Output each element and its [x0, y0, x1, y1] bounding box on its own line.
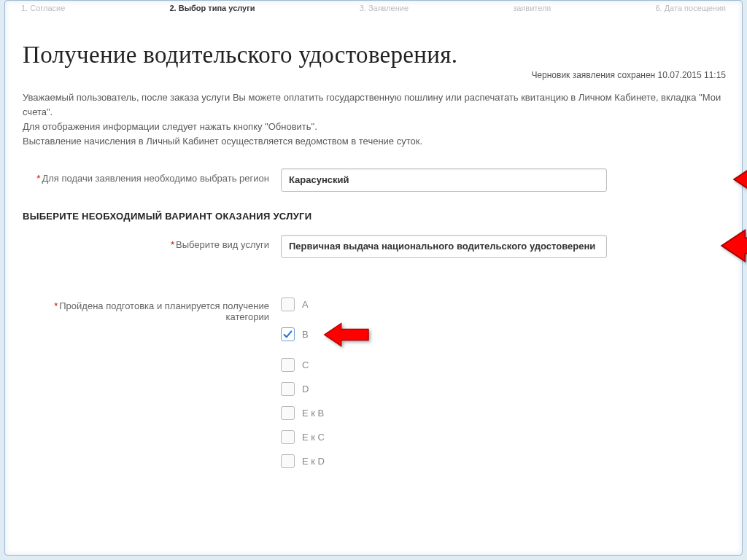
checkbox[interactable]	[281, 382, 295, 396]
category-option[interactable]: C	[281, 358, 729, 372]
service-type-select[interactable]	[281, 235, 607, 258]
wizard-steps: 1. Согласие 2. Выбор типа услуги 3. Заяв…	[18, 1, 729, 21]
page-frame: 1. Согласие 2. Выбор типа услуги 3. Заяв…	[4, 0, 743, 556]
annotation-arrow-icon	[323, 322, 371, 348]
checkbox-label: D	[302, 384, 309, 394]
checkbox-label: E к D	[302, 456, 325, 467]
category-option[interactable]: D	[281, 382, 729, 396]
checkbox-label: E к B	[302, 408, 324, 419]
label-region: *Для подачи заявления необходимо выбрать…	[18, 168, 281, 184]
section-heading: ВЫБЕРИТЕ НЕОБХОДИМЫЙ ВАРИАНТ ОКАЗАНИЯ УС…	[23, 211, 729, 222]
label-region-text: Для подачи заявления необходимо выбрать …	[42, 173, 269, 184]
row-region: *Для подачи заявления необходимо выбрать…	[18, 168, 729, 192]
category-option[interactable]: B	[281, 322, 729, 348]
region-select[interactable]	[281, 168, 607, 192]
checkbox-label: A	[302, 299, 309, 310]
annotation-arrow-icon	[732, 161, 747, 198]
category-option[interactable]: E к C	[281, 430, 729, 444]
intro-line-2: Для отображения информации следует нажат…	[23, 120, 721, 134]
intro-line-1: Уважаемый пользователь, после заказа усл…	[23, 90, 721, 120]
page-title: Получение водительского удостоверения.	[23, 42, 729, 69]
checkbox[interactable]	[281, 454, 295, 468]
label-category-text: Пройдена подготовка и планируется получе…	[59, 300, 269, 322]
step-5[interactable]: 6. Дата посещения	[655, 4, 726, 12]
checkbox[interactable]	[281, 298, 295, 311]
step-1[interactable]: 1. Согласие	[21, 4, 65, 12]
checkbox-label: B	[302, 329, 309, 340]
annotation-arrow-icon	[720, 228, 747, 264]
step-3[interactable]: 3. Заявление	[360, 4, 409, 12]
intro-text: Уважаемый пользователь, после заказа усл…	[23, 90, 721, 149]
label-service-text: Выберите вид услуги	[176, 239, 269, 250]
step-2[interactable]: 2. Выбор типа услуги	[169, 4, 255, 12]
draft-saved-info: Черновик заявления сохранен 10.07.2015 1…	[18, 70, 726, 80]
label-category: *Пройдена подготовка и планируется получ…	[18, 296, 281, 322]
checkbox-label: E к C	[302, 432, 325, 443]
row-service-type: *Выберите вид услуги	[18, 235, 729, 258]
checkbox[interactable]	[281, 406, 295, 420]
checkbox[interactable]	[281, 327, 295, 341]
step-4[interactable]: заявителя	[513, 4, 551, 12]
intro-line-3: Выставление начисления в Личный Кабинет …	[23, 134, 721, 149]
label-service-type: *Выберите вид услуги	[18, 235, 281, 250]
checkbox-label: C	[302, 359, 309, 370]
category-option[interactable]: E к D	[281, 454, 729, 468]
checkbox[interactable]	[281, 358, 295, 372]
row-category: *Пройдена подготовка и планируется получ…	[18, 296, 729, 468]
checkbox[interactable]	[281, 430, 295, 444]
category-option[interactable]: E к B	[281, 406, 729, 420]
category-checkbox-list: ABCDE к BE к CE к D	[281, 296, 729, 468]
category-option[interactable]: A	[281, 298, 729, 311]
